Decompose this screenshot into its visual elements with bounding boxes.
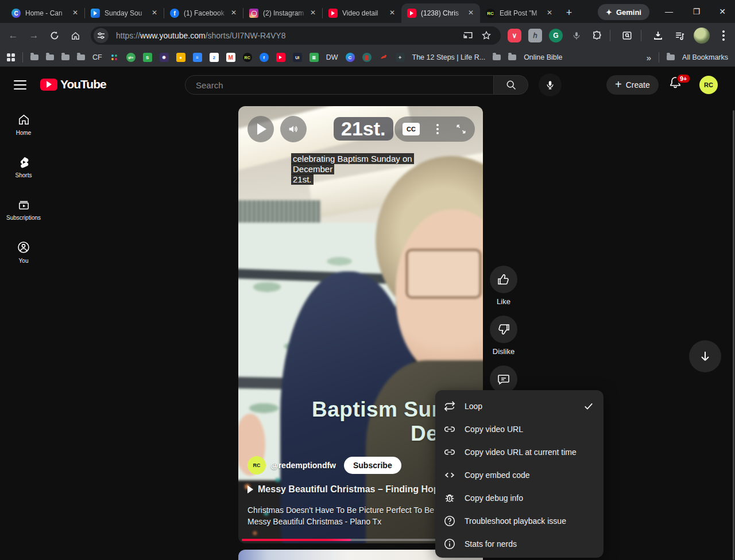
glo-bible-icon[interactable]: glo (126, 53, 136, 62)
tab-canva-home[interactable]: C Home - Can ✕ (6, 3, 84, 23)
guide-item-home[interactable]: Home (0, 103, 47, 146)
guide-item-shorts[interactable]: Shorts (0, 146, 47, 188)
captions-button[interactable]: CC (403, 123, 420, 135)
tab-close-icon[interactable]: ✕ (229, 9, 238, 18)
channel-handle[interactable]: @redemptiondfw (270, 461, 336, 470)
player-kebab-icon[interactable] (436, 124, 439, 134)
green-s-icon[interactable]: S (143, 53, 152, 62)
channel-avatar[interactable]: RC (247, 456, 266, 475)
dislike-button[interactable] (490, 316, 517, 343)
media-playlist-icon[interactable] (673, 29, 687, 42)
forward-icon[interactable]: → (26, 28, 41, 43)
tab-close-icon[interactable]: ✕ (150, 9, 159, 18)
calendar-icon[interactable]: 2 (210, 53, 219, 62)
subscribe-button[interactable]: Subscribe (344, 457, 401, 474)
tab-close-icon[interactable]: ✕ (545, 9, 554, 18)
bookmark-folder-icon[interactable] (46, 55, 54, 60)
bookmark-folder-icon[interactable] (508, 55, 516, 60)
bookmark-cf[interactable]: CF (92, 53, 102, 61)
slack-icon[interactable] (110, 53, 119, 62)
tree-app-icon[interactable]: ❋ (160, 53, 169, 62)
bookmark-folder-icon[interactable] (30, 55, 38, 60)
tab-instagram[interactable]: (2) Instagram ✕ (243, 3, 322, 23)
page-scrollbar[interactable] (733, 110, 734, 560)
menu-item-copy-embed[interactable]: Copy embed code (435, 464, 604, 487)
bookmarks-overflow-chevron[interactable]: » (647, 53, 651, 63)
arch-door-icon[interactable] (362, 53, 372, 62)
guide-hamburger-icon[interactable] (14, 79, 26, 91)
bookmark-folder-icon[interactable] (77, 55, 85, 60)
apps-grid-icon[interactable] (7, 53, 15, 61)
tab-sunday-sound[interactable]: Sunday Sou ✕ (85, 3, 164, 23)
bookmark-dw[interactable]: DW (326, 53, 338, 61)
notifications-button[interactable]: 9+ (668, 76, 691, 95)
back-icon[interactable]: ← (6, 28, 21, 43)
search-sidebar-icon[interactable] (620, 29, 634, 42)
extensions-puzzle-icon[interactable] (590, 29, 604, 42)
tab-close-icon[interactable]: ✕ (466, 9, 475, 18)
voice-search-button[interactable] (539, 73, 562, 96)
youtube-logo[interactable]: YouTube (40, 77, 106, 91)
tab-facebook[interactable]: f (1) Facebook ✕ (164, 3, 243, 23)
tab-close-icon[interactable]: ✕ (388, 9, 397, 18)
window-minimize-button[interactable]: — (660, 5, 678, 18)
window-close-button[interactable]: ✕ (714, 5, 731, 18)
bookmark-folder-icon[interactable] (493, 55, 501, 60)
guide-item-you[interactable]: You (0, 231, 47, 273)
menu-item-copy-url[interactable]: Copy video URL (435, 418, 604, 441)
tab-close-icon[interactable]: ✕ (71, 9, 80, 18)
guide-item-subscriptions[interactable]: Subscriptions (0, 188, 47, 231)
grammarly-extension-icon[interactable]: G (549, 29, 563, 42)
volume-button[interactable] (280, 116, 307, 142)
fullscreen-icon[interactable] (455, 123, 467, 135)
site-info-icon[interactable] (94, 28, 109, 43)
ui-icon[interactable]: UI (293, 53, 302, 62)
search-input[interactable] (196, 80, 471, 90)
canva-icon[interactable]: C (346, 53, 355, 62)
keep-bulb-icon[interactable]: ● (176, 53, 185, 62)
bookmark-12-steps[interactable]: The 12 Steps | Life R... (412, 53, 486, 61)
all-bookmarks[interactable]: All Bookmarks (682, 53, 728, 61)
docs-icon[interactable]: ≡ (193, 53, 202, 62)
comments-button[interactable] (490, 365, 517, 393)
menu-item-stats-for-nerds[interactable]: Stats for nerds (435, 532, 604, 555)
tab-close-icon[interactable]: ✕ (308, 9, 318, 18)
address-bar[interactable]: https://www.youtube.com/shorts/UI7NW-R4V… (91, 26, 501, 45)
facebook-icon[interactable]: f (260, 53, 269, 62)
gmail-icon[interactable]: M (226, 53, 235, 62)
youtube-icon[interactable] (276, 53, 285, 62)
tab-active-christmas-short[interactable]: (1238) Chris ✕ (401, 3, 480, 23)
bookmark-star-icon[interactable] (481, 30, 492, 41)
install-app-icon[interactable] (463, 30, 473, 41)
new-tab-button[interactable]: + (562, 6, 577, 21)
mic-muted-icon[interactable] (570, 29, 583, 42)
faint-site-icon[interactable]: ✦ (396, 53, 405, 62)
browser-menu-kebab-icon[interactable] (717, 29, 730, 42)
bookmark-folder-icon[interactable] (61, 55, 69, 60)
tab-video-details[interactable]: Video detail ✕ (323, 3, 401, 23)
next-short-button[interactable] (689, 340, 721, 372)
like-button[interactable] (490, 266, 517, 293)
search-button[interactable] (494, 75, 528, 95)
create-button[interactable]: + Create (606, 75, 659, 95)
red-paw-icon[interactable] (379, 53, 388, 62)
all-bookmarks-folder-icon[interactable] (667, 55, 675, 60)
gemini-button[interactable]: ✦ Gemini (598, 4, 649, 20)
play-button[interactable] (247, 116, 274, 142)
menu-item-troubleshoot[interactable]: Troubleshoot playback issue (435, 510, 604, 532)
downloads-icon[interactable] (651, 29, 665, 42)
search-box[interactable] (185, 75, 494, 95)
tab-edit-post[interactable]: RC Edit Post "M ✕ (480, 3, 559, 23)
green-list-icon[interactable]: ≣ (310, 53, 319, 62)
menu-item-loop[interactable]: Loop (435, 395, 604, 418)
pocket-extension-icon[interactable]: ∨ (508, 29, 521, 42)
window-restore-button[interactable]: ❐ (688, 5, 705, 18)
bookmark-online-bible[interactable]: Online Bible (524, 53, 562, 61)
browser-profile-avatar[interactable] (694, 28, 710, 44)
h-extension-icon[interactable]: ℎ (528, 29, 542, 42)
menu-item-copy-url-at-time[interactable]: Copy video URL at current time (435, 441, 604, 464)
account-avatar[interactable]: RC (699, 76, 718, 94)
reload-icon[interactable] (47, 28, 62, 43)
home-icon[interactable] (68, 28, 83, 43)
rc-church-icon[interactable]: RC (243, 53, 252, 62)
